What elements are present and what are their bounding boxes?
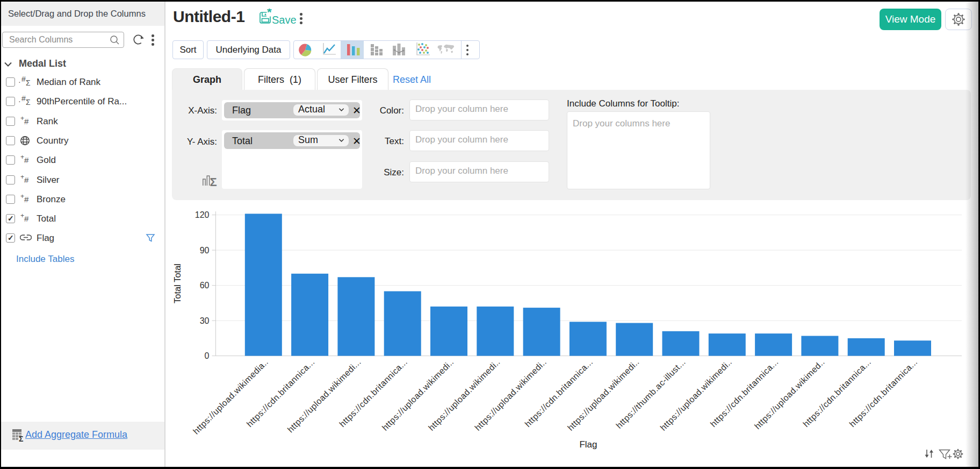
svg-text:https://upload.wikimedia..: https://upload.wikimedia..	[191, 357, 270, 436]
svg-text:0: 0	[205, 351, 210, 360]
svg-text:60: 60	[200, 281, 210, 290]
svg-text:Σ: Σ	[210, 175, 217, 187]
svg-text:*: *	[267, 9, 272, 19]
svg-text:https://upload.wikimedi...: https://upload.wikimedi...	[286, 357, 363, 434]
svg-text:Total Total: Total Total	[172, 264, 182, 303]
svg-text:Σ: Σ	[19, 435, 23, 443]
svg-text:Flag: Flag	[579, 439, 597, 450]
svg-text:30: 30	[200, 316, 210, 325]
svg-text:120: 120	[195, 210, 210, 219]
svg-text:90: 90	[200, 246, 210, 255]
